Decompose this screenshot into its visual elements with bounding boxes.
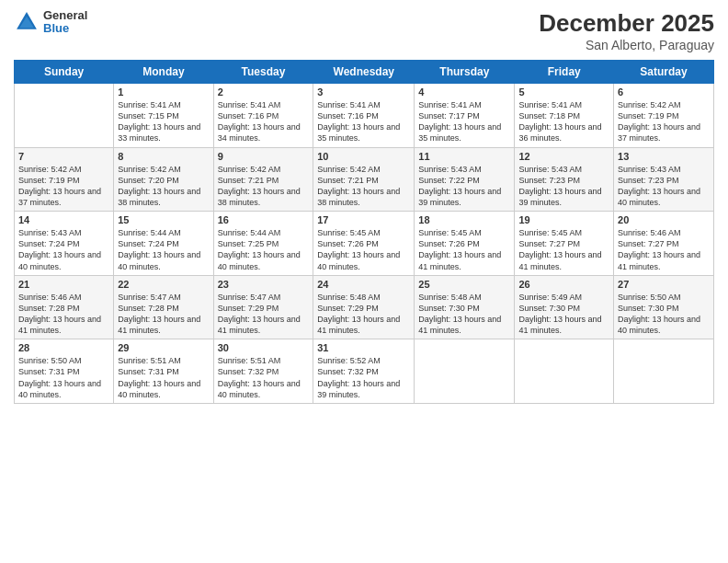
calendar-cell: 31 Sunrise: 5:52 AMSunset: 7:32 PMDaylig… — [313, 339, 415, 404]
day-number: 22 — [118, 279, 209, 290]
day-header-thursday: Thursday — [415, 61, 515, 84]
day-number: 17 — [317, 214, 410, 225]
day-info: Sunrise: 5:42 AMSunset: 7:21 PMDaylight:… — [317, 165, 400, 207]
calendar-week-row: 1 Sunrise: 5:41 AMSunset: 7:15 PMDayligh… — [15, 84, 714, 148]
day-number: 23 — [218, 279, 310, 290]
calendar-cell: 27 Sunrise: 5:50 AMSunset: 7:30 PMDaylig… — [614, 275, 714, 339]
calendar-cell: 15 Sunrise: 5:44 AMSunset: 7:24 PMDaylig… — [114, 212, 213, 276]
day-info: Sunrise: 5:42 AMSunset: 7:21 PMDaylight:… — [218, 165, 301, 207]
calendar-cell — [15, 84, 114, 148]
day-number: 8 — [118, 151, 209, 162]
day-number: 29 — [118, 342, 209, 353]
day-info: Sunrise: 5:45 AMSunset: 7:26 PMDaylight:… — [418, 228, 501, 270]
calendar-cell: 4 Sunrise: 5:41 AMSunset: 7:17 PMDayligh… — [415, 84, 515, 148]
calendar-cell: 19 Sunrise: 5:45 AMSunset: 7:27 PMDaylig… — [515, 212, 614, 276]
logo-icon — [14, 9, 40, 35]
subtitle: San Alberto, Paraguay — [539, 38, 714, 52]
calendar-week-row: 7 Sunrise: 5:42 AMSunset: 7:19 PMDayligh… — [15, 147, 714, 212]
day-info: Sunrise: 5:43 AMSunset: 7:22 PMDaylight:… — [418, 165, 501, 207]
day-header-wednesday: Wednesday — [313, 61, 415, 84]
calendar-cell: 28 Sunrise: 5:50 AMSunset: 7:31 PMDaylig… — [15, 339, 114, 404]
day-number: 1 — [118, 86, 209, 98]
day-number: 25 — [418, 279, 510, 290]
day-info: Sunrise: 5:45 AMSunset: 7:27 PMDaylight:… — [518, 228, 601, 270]
calendar-cell: 30 Sunrise: 5:51 AMSunset: 7:32 PMDaylig… — [213, 339, 313, 404]
calendar-cell: 6 Sunrise: 5:42 AMSunset: 7:19 PMDayligh… — [614, 84, 714, 148]
day-info: Sunrise: 5:48 AMSunset: 7:30 PMDaylight:… — [418, 293, 501, 335]
calendar-cell: 13 Sunrise: 5:43 AMSunset: 7:23 PMDaylig… — [614, 147, 714, 212]
calendar-cell: 5 Sunrise: 5:41 AMSunset: 7:18 PMDayligh… — [515, 84, 614, 148]
calendar-cell: 24 Sunrise: 5:48 AMSunset: 7:29 PMDaylig… — [313, 275, 415, 339]
header: General Blue December 2025 San Alberto, … — [14, 9, 714, 52]
calendar-cell: 23 Sunrise: 5:47 AMSunset: 7:29 PMDaylig… — [213, 275, 313, 339]
calendar-cell: 16 Sunrise: 5:44 AMSunset: 7:25 PMDaylig… — [213, 212, 313, 276]
calendar-cell: 8 Sunrise: 5:42 AMSunset: 7:20 PMDayligh… — [114, 147, 213, 212]
day-number: 7 — [18, 151, 109, 162]
calendar-cell: 20 Sunrise: 5:46 AMSunset: 7:27 PMDaylig… — [614, 212, 714, 276]
day-info: Sunrise: 5:42 AMSunset: 7:20 PMDaylight:… — [118, 165, 200, 207]
day-number: 31 — [317, 342, 410, 353]
calendar-header-row: SundayMondayTuesdayWednesdayThursdayFrid… — [15, 61, 714, 84]
calendar-cell — [415, 339, 515, 404]
calendar-cell: 10 Sunrise: 5:42 AMSunset: 7:21 PMDaylig… — [313, 147, 415, 212]
logo-general: General — [43, 9, 87, 22]
day-header-friday: Friday — [515, 61, 614, 84]
day-number: 9 — [218, 151, 310, 162]
logo: General Blue — [14, 9, 87, 36]
calendar-cell: 9 Sunrise: 5:42 AMSunset: 7:21 PMDayligh… — [213, 147, 313, 212]
day-info: Sunrise: 5:44 AMSunset: 7:25 PMDaylight:… — [218, 228, 301, 270]
day-info: Sunrise: 5:42 AMSunset: 7:19 PMDaylight:… — [18, 165, 101, 207]
day-number: 11 — [418, 151, 510, 162]
calendar-cell: 29 Sunrise: 5:51 AMSunset: 7:31 PMDaylig… — [114, 339, 213, 404]
page: General Blue December 2025 San Alberto, … — [0, 0, 728, 563]
calendar-cell: 1 Sunrise: 5:41 AMSunset: 7:15 PMDayligh… — [114, 84, 213, 148]
day-info: Sunrise: 5:41 AMSunset: 7:16 PMDaylight:… — [218, 100, 301, 143]
day-info: Sunrise: 5:48 AMSunset: 7:29 PMDaylight:… — [317, 293, 400, 335]
calendar-cell: 12 Sunrise: 5:43 AMSunset: 7:23 PMDaylig… — [515, 147, 614, 212]
day-info: Sunrise: 5:44 AMSunset: 7:24 PMDaylight:… — [118, 228, 200, 270]
calendar-cell: 17 Sunrise: 5:45 AMSunset: 7:26 PMDaylig… — [313, 212, 415, 276]
calendar-cell — [515, 339, 614, 404]
day-number: 21 — [18, 279, 109, 290]
calendar-cell: 25 Sunrise: 5:48 AMSunset: 7:30 PMDaylig… — [415, 275, 515, 339]
title-block: December 2025 San Alberto, Paraguay — [539, 9, 714, 52]
main-title: December 2025 — [539, 9, 714, 38]
calendar-cell: 21 Sunrise: 5:46 AMSunset: 7:28 PMDaylig… — [15, 275, 114, 339]
day-number: 16 — [218, 214, 310, 225]
day-info: Sunrise: 5:43 AMSunset: 7:24 PMDaylight:… — [18, 228, 101, 270]
day-info: Sunrise: 5:41 AMSunset: 7:17 PMDaylight:… — [418, 100, 501, 143]
day-number: 14 — [18, 214, 109, 225]
calendar-cell: 18 Sunrise: 5:45 AMSunset: 7:26 PMDaylig… — [415, 212, 515, 276]
day-info: Sunrise: 5:46 AMSunset: 7:27 PMDaylight:… — [618, 228, 700, 270]
calendar-week-row: 14 Sunrise: 5:43 AMSunset: 7:24 PMDaylig… — [15, 212, 714, 276]
day-info: Sunrise: 5:52 AMSunset: 7:32 PMDaylight:… — [317, 356, 400, 398]
logo-blue: Blue — [43, 22, 87, 35]
day-header-monday: Monday — [114, 61, 213, 84]
day-number: 28 — [18, 342, 109, 353]
day-info: Sunrise: 5:47 AMSunset: 7:29 PMDaylight:… — [218, 293, 301, 335]
day-info: Sunrise: 5:49 AMSunset: 7:30 PMDaylight:… — [518, 293, 601, 335]
day-number: 2 — [218, 86, 310, 98]
day-info: Sunrise: 5:43 AMSunset: 7:23 PMDaylight:… — [618, 165, 700, 207]
day-info: Sunrise: 5:51 AMSunset: 7:31 PMDaylight:… — [118, 356, 200, 398]
day-number: 13 — [618, 151, 710, 162]
day-info: Sunrise: 5:42 AMSunset: 7:19 PMDaylight:… — [618, 100, 700, 143]
calendar-cell: 26 Sunrise: 5:49 AMSunset: 7:30 PMDaylig… — [515, 275, 614, 339]
day-info: Sunrise: 5:50 AMSunset: 7:30 PMDaylight:… — [618, 293, 700, 335]
day-info: Sunrise: 5:43 AMSunset: 7:23 PMDaylight:… — [518, 165, 601, 207]
day-number: 20 — [618, 214, 710, 225]
calendar-cell: 2 Sunrise: 5:41 AMSunset: 7:16 PMDayligh… — [213, 84, 313, 148]
calendar-cell: 7 Sunrise: 5:42 AMSunset: 7:19 PMDayligh… — [15, 147, 114, 212]
calendar-cell: 14 Sunrise: 5:43 AMSunset: 7:24 PMDaylig… — [15, 212, 114, 276]
day-number: 4 — [418, 86, 510, 98]
day-info: Sunrise: 5:41 AMSunset: 7:18 PMDaylight:… — [518, 100, 601, 143]
day-number: 24 — [317, 279, 410, 290]
calendar-cell: 22 Sunrise: 5:47 AMSunset: 7:28 PMDaylig… — [114, 275, 213, 339]
day-info: Sunrise: 5:51 AMSunset: 7:32 PMDaylight:… — [218, 356, 301, 398]
day-number: 19 — [518, 214, 609, 225]
day-number: 26 — [518, 279, 609, 290]
day-info: Sunrise: 5:41 AMSunset: 7:16 PMDaylight:… — [317, 100, 400, 143]
calendar-week-row: 21 Sunrise: 5:46 AMSunset: 7:28 PMDaylig… — [15, 275, 714, 339]
day-number: 18 — [418, 214, 510, 225]
day-header-saturday: Saturday — [614, 61, 714, 84]
